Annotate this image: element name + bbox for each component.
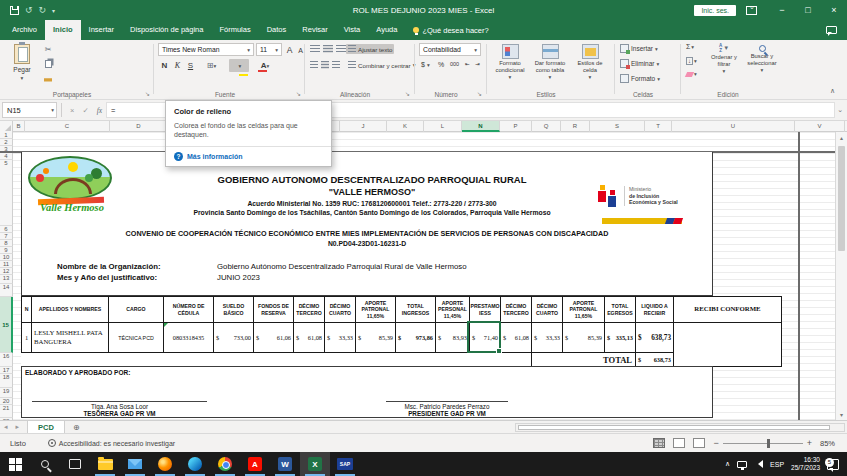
ribbon-tab[interactable]: Inicio — [45, 20, 81, 40]
align-bottom-icon[interactable] — [336, 45, 346, 53]
table-header-cell[interactable]: APORTE PATRONAL 11,65% — [563, 297, 605, 323]
cell-decimo3-egr[interactable]: $61,08 — [501, 323, 532, 353]
clear-button[interactable]: ▾ — [686, 71, 697, 77]
table-header-cell[interactable]: TOTAL EGRESOS — [605, 297, 636, 323]
table-header-cell[interactable]: CARGO — [109, 297, 164, 323]
cell-name[interactable]: LESLY MISHELL PATA BANGUERA — [32, 323, 109, 353]
taskbar-clock[interactable]: 16:30 25/7/2023 — [791, 456, 820, 473]
table-header-cell[interactable]: RECIBI CONFORME — [674, 297, 782, 323]
font-color-button[interactable]: A ▾ — [255, 59, 275, 72]
column-header[interactable]: D — [110, 121, 168, 132]
row-header[interactable]: 2 — [0, 139, 13, 146]
row-header[interactable]: 14 — [0, 284, 13, 297]
font-size-combo[interactable]: 11▾ — [256, 43, 282, 56]
sheet-prev-icon[interactable]: ◂ — [0, 423, 12, 431]
cell-aporte-personal[interactable]: $83,93 — [436, 323, 470, 353]
zoom-in-icon[interactable]: + — [807, 438, 812, 448]
row-header[interactable]: 11 — [0, 261, 13, 268]
table-header-cell[interactable]: DÉCIMO TERCERO — [501, 297, 532, 323]
copy-icon[interactable] — [42, 58, 54, 69]
find-select-button[interactable]: Buscar y seleccionar▾ — [744, 42, 780, 92]
align-center-icon[interactable] — [321, 61, 329, 69]
taskbar-edge[interactable] — [180, 452, 210, 476]
accounting-format-button[interactable]: $▾ — [419, 60, 432, 69]
tooltip-help-link[interactable]: ? Más información — [174, 152, 323, 161]
cell-styles-button[interactable]: Estilos de celda▾ — [570, 42, 610, 92]
normal-view-button[interactable] — [653, 438, 665, 448]
row-header[interactable]: 12 — [0, 268, 13, 275]
taskbar-search[interactable] — [30, 452, 60, 476]
delete-cells-button[interactable]: Eliminar▾ — [620, 59, 659, 68]
total-value[interactable]: $638,73 — [636, 353, 674, 367]
cell-cargo[interactable]: TÉCNICA PCD — [109, 323, 164, 353]
comments-icon[interactable] — [826, 26, 837, 34]
align-right-icon[interactable] — [332, 61, 340, 69]
cell-decimo4-ing[interactable]: $33,33 — [325, 323, 356, 353]
font-dialog-launcher[interactable]: ↘ — [296, 90, 301, 97]
column-header[interactable]: J — [340, 121, 387, 132]
conditional-formatting-button[interactable]: Formato condicional▾ — [490, 42, 530, 92]
undo-icon[interactable]: ↺ — [25, 6, 33, 15]
ribbon-tab[interactable]: Ayuda — [368, 20, 405, 40]
taskbar-excel[interactable]: X — [300, 452, 330, 476]
task-view-button[interactable] — [60, 452, 90, 476]
cell-num[interactable]: 1 — [22, 323, 32, 353]
taskbar-word[interactable]: W — [270, 452, 300, 476]
underline-button[interactable]: S — [184, 59, 197, 72]
taskbar-chrome[interactable] — [210, 452, 240, 476]
row-header[interactable]: 7 — [0, 233, 13, 240]
borders-button[interactable]: ⊞▾ — [205, 59, 218, 72]
taskbar-mail[interactable] — [120, 452, 150, 476]
select-all-corner[interactable] — [0, 121, 13, 132]
column-header[interactable]: B — [13, 121, 25, 132]
row-header[interactable]: 1 — [0, 132, 13, 139]
clipboard-dialog-launcher[interactable]: ↘ — [145, 90, 150, 97]
ribbon-tab[interactable]: Fórmulas — [211, 20, 258, 40]
row-header[interactable]: 6 — [0, 226, 13, 233]
format-painter-icon[interactable] — [42, 72, 54, 83]
name-box[interactable]: N15▾ — [2, 102, 57, 118]
zoom-out-icon[interactable]: − — [713, 438, 718, 448]
ribbon-display-options-icon[interactable] — [746, 6, 757, 15]
table-header-cell[interactable]: LIQUIDO A RECIBIR — [636, 297, 674, 323]
vertical-scrollbar[interactable]: ▴ ▾ — [835, 132, 847, 420]
row-header[interactable]: 9 — [0, 247, 13, 254]
align-middle-icon[interactable] — [323, 45, 333, 53]
horizontal-scrollbar[interactable] — [515, 423, 845, 432]
comma-style-button[interactable]: 000 — [448, 60, 461, 68]
table-header-cell[interactable]: FONDOS DE RESERVA — [254, 297, 294, 323]
column-header[interactable]: T — [645, 121, 672, 132]
tell-me-search[interactable]: ¿Qué desea hacer? — [405, 20, 496, 40]
sign-in-button[interactable]: Inic. ses. — [694, 5, 736, 16]
sheet-next-icon[interactable]: ▸ — [12, 423, 24, 431]
ribbon-tab[interactable]: Insertar — [81, 20, 122, 40]
insert-cells-button[interactable]: Insertar▾ — [620, 44, 658, 53]
font-name-combo[interactable]: Times New Roman▾ — [158, 43, 254, 56]
merge-center-button[interactable]: Combinar y centrar▾ — [346, 60, 417, 70]
sheet-area[interactable]: 12345678910111213141516171819202122 Vall… — [0, 132, 847, 420]
taskbar-file-explorer[interactable] — [90, 452, 120, 476]
row-header[interactable]: 10 — [0, 254, 13, 261]
table-header-cell[interactable]: TOTAL INGRESOS — [396, 297, 436, 323]
cell-total-egresos[interactable]: $335,13 — [605, 323, 636, 353]
page-break-view-button[interactable] — [693, 438, 705, 448]
wrap-text-button[interactable]: Ajustar texto — [346, 44, 394, 54]
column-header[interactable]: V — [795, 121, 845, 132]
row-header[interactable]: 18 — [0, 374, 13, 388]
scroll-down-icon[interactable]: ▾ — [836, 409, 847, 420]
column-header[interactable]: K — [387, 121, 424, 132]
expand-formula-bar-icon[interactable]: ⌄ — [837, 106, 843, 114]
number-dialog-launcher[interactable]: ↘ — [477, 90, 482, 97]
row-header[interactable]: 4 — [0, 153, 13, 160]
increase-decimal-icon[interactable]: ⇤ — [463, 60, 472, 68]
column-header[interactable]: U — [672, 121, 795, 132]
redo-icon[interactable]: ↻ — [39, 6, 47, 15]
align-top-icon[interactable] — [310, 45, 320, 53]
zoom-level[interactable]: 85% — [820, 439, 835, 448]
taskbar-acrobat[interactable]: A — [240, 452, 270, 476]
column-header[interactable]: C — [25, 121, 110, 132]
minimize-button[interactable]: − — [769, 0, 795, 20]
table-header-cell[interactable]: PRESTAMO IESS — [470, 297, 501, 323]
language-indicator[interactable]: ESP — [770, 461, 784, 468]
notification-icon[interactable]: 5 — [827, 459, 839, 470]
